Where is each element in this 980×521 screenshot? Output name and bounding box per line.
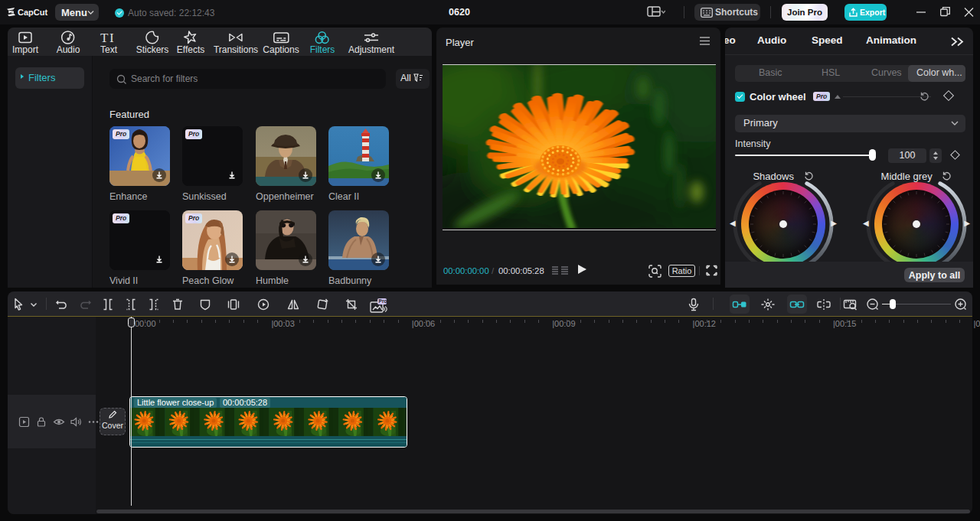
svg-text:Pro: Pro: [379, 298, 387, 304]
svg-text:T: T: [100, 31, 109, 45]
svg-text:I: I: [109, 31, 114, 45]
